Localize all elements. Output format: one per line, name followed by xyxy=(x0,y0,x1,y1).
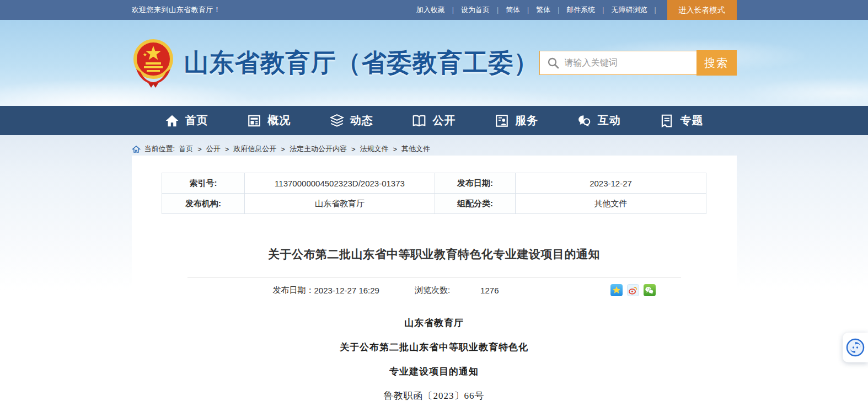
nav-label: 动态 xyxy=(350,113,373,128)
main-nav: 首页 概况 动态 公开 xyxy=(0,106,868,135)
breadcrumb-separator: > xyxy=(281,145,285,153)
search-icon xyxy=(547,57,559,69)
article-title: 关于公布第二批山东省中等职业教育特色化专业建设项目的通知 xyxy=(132,247,737,262)
nav-label: 专题 xyxy=(680,113,703,128)
news-stack-icon xyxy=(330,114,344,128)
publish-date-meta-label: 发布日期： xyxy=(273,285,314,296)
wechat-share-icon[interactable] xyxy=(644,284,656,296)
top-link-traditional[interactable]: 繁体 xyxy=(536,5,550,15)
top-bar: 欢迎您来到山东省教育厅！ 加入收藏 | 设为首页 | 简体 | 繁体 | 邮件系… xyxy=(0,0,868,20)
site-header: 山东省教育厅（省委教育工委） 搜索 xyxy=(0,20,868,106)
index-number-value: 11370000004502323D/2023-01373 xyxy=(245,173,435,194)
separator: | xyxy=(452,6,454,14)
issuing-agency-value: 山东省教育厅 xyxy=(245,194,435,214)
top-link-add-favorite[interactable]: 加入收藏 xyxy=(416,5,445,15)
breadcrumb-separator: > xyxy=(351,145,356,153)
breadcrumb-item-statutory[interactable]: 法定主动公开内容 xyxy=(290,144,347,154)
top-link-mail-system[interactable]: 邮件系统 xyxy=(566,5,595,15)
nav-label: 公开 xyxy=(432,113,456,128)
nav-label: 首页 xyxy=(185,113,208,128)
article-body-line: 山东省教育厅 xyxy=(132,318,737,328)
category-value: 其他文件 xyxy=(516,194,706,214)
share-buttons xyxy=(610,284,656,296)
separator: | xyxy=(602,6,604,14)
topics-file-icon xyxy=(660,114,674,128)
article-body-line: 鲁教职函〔2023〕66号 xyxy=(132,391,737,400)
service-card-icon xyxy=(495,114,509,128)
nav-item-news[interactable]: 动态 xyxy=(330,113,373,128)
breadcrumb-separator: > xyxy=(225,145,229,153)
breadcrumb-item-regulations[interactable]: 法规文件 xyxy=(360,144,389,154)
publish-date-label: 发布日期: xyxy=(435,173,516,194)
breadcrumb-item-other-files[interactable]: 其他文件 xyxy=(401,144,430,154)
article-meta-row: 发布日期： 2023-12-27 16:29 浏览次数: 1276 xyxy=(187,277,681,296)
search-input[interactable] xyxy=(565,52,696,73)
nav-label: 服务 xyxy=(515,113,538,128)
category-label: 组配分类: xyxy=(435,194,516,214)
qzone-share-icon[interactable] xyxy=(610,284,623,296)
issuing-agency-label: 发布机构: xyxy=(162,194,245,214)
site-title: 山东省教育厅（省委教育工委） xyxy=(184,46,539,79)
nav-item-topics[interactable]: 专题 xyxy=(660,113,703,128)
top-link-simplified[interactable]: 简体 xyxy=(506,5,520,15)
breadcrumb-home-icon xyxy=(132,145,141,153)
breadcrumb-item-gov-info[interactable]: 政府信息公开 xyxy=(233,144,276,154)
breadcrumb-separator: > xyxy=(393,145,398,153)
top-link-set-homepage[interactable]: 设为首页 xyxy=(461,5,490,15)
index-number-label: 索引号: xyxy=(162,173,245,194)
top-bar-links: 加入收藏 | 设为首页 | 简体 | 繁体 | 邮件系统 | 无障碍浏览 | 进… xyxy=(416,0,737,20)
home-icon xyxy=(165,114,179,128)
separator: | xyxy=(527,6,529,14)
nav-item-interaction[interactable]: 互动 xyxy=(577,113,621,128)
table-row: 索引号: 11370000004502323D/2023-01373 发布日期:… xyxy=(162,173,706,194)
breadcrumb-prefix: 当前位置: xyxy=(144,144,175,154)
breadcrumb-separator: > xyxy=(197,145,202,153)
breadcrumb: 当前位置: 首页 > 公开 > 政府信息公开 > 法定主动公开内容 > 法规文件… xyxy=(132,135,737,153)
welcome-text: 欢迎您来到山东省教育厅！ xyxy=(132,5,221,15)
breadcrumb-item-home[interactable]: 首页 xyxy=(179,144,193,154)
nav-label: 概况 xyxy=(267,113,291,128)
weibo-share-icon[interactable] xyxy=(627,284,639,296)
breadcrumb-item-disclosure[interactable]: 公开 xyxy=(206,144,221,154)
overview-icon xyxy=(247,114,261,128)
national-emblem-icon xyxy=(132,38,175,88)
nav-item-home[interactable]: 首页 xyxy=(165,113,208,128)
separator: | xyxy=(497,6,499,14)
nav-label: 互动 xyxy=(598,113,621,128)
content-panel: 索引号: 11370000004502323D/2023-01373 发布日期:… xyxy=(132,156,737,410)
publish-date-meta-value: 2023-12-27 16:29 xyxy=(314,286,379,295)
views-label: 浏览次数: xyxy=(415,285,450,296)
nav-item-overview[interactable]: 概况 xyxy=(247,113,291,128)
article-body: 山东省教育厅 关于公布第二批山东省中等职业教育特色化 专业建设项目的通知 鲁教职… xyxy=(132,318,737,400)
gov-service-badge-icon[interactable] xyxy=(843,333,868,362)
top-link-accessibility[interactable]: 无障碍浏览 xyxy=(611,5,647,15)
publish-date-value: 2023-12-27 xyxy=(516,173,706,194)
separator: | xyxy=(558,6,559,14)
nav-item-services[interactable]: 服务 xyxy=(495,113,538,128)
document-info-table: 索引号: 11370000004502323D/2023-01373 发布日期:… xyxy=(162,173,706,214)
table-row: 发布机构: 山东省教育厅 组配分类: 其他文件 xyxy=(162,194,706,214)
views-count: 1276 xyxy=(480,286,499,295)
search-button[interactable]: 搜索 xyxy=(696,50,737,76)
article-body-line: 关于公布第二批山东省中等职业教育特色化 xyxy=(132,343,737,352)
separator: | xyxy=(654,6,656,14)
search-box: 搜索 xyxy=(539,51,737,75)
article-body-line: 专业建设项目的通知 xyxy=(132,367,737,376)
chat-bubbles-icon xyxy=(577,114,592,128)
elder-mode-button[interactable]: 进入长者模式 xyxy=(667,0,737,20)
open-book-icon xyxy=(412,114,426,128)
nav-item-disclosure[interactable]: 公开 xyxy=(412,113,456,128)
page-body: 当前位置: 首页 > 公开 > 政府信息公开 > 法定主动公开内容 > 法规文件… xyxy=(0,135,868,417)
